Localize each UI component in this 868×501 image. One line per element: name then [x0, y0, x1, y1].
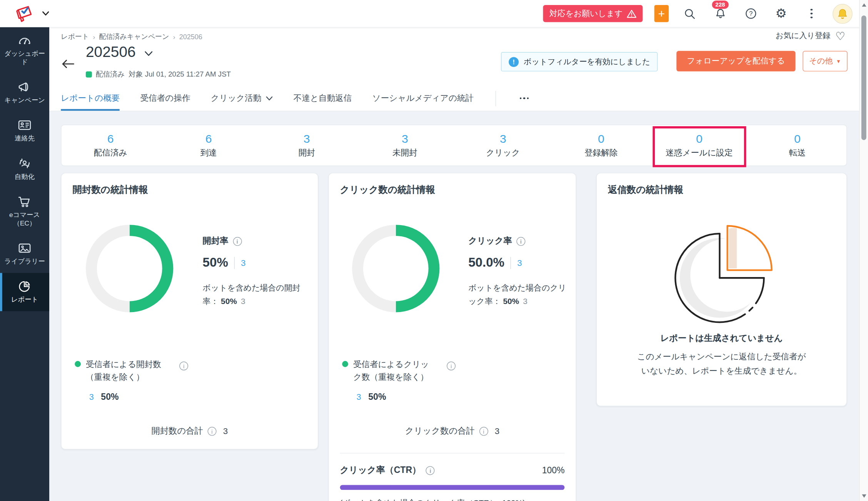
sidebar-label: レポート	[4, 296, 45, 304]
clicks-legend-values: 3 50%	[357, 392, 386, 402]
total-label: 開封数の合計	[152, 425, 203, 437]
tab-recipient-actions[interactable]: 受信者の操作	[140, 86, 190, 111]
tab-social-media-stats[interactable]: ソーシャルメディアの統計	[372, 86, 474, 111]
info-icon[interactable]: i	[516, 237, 525, 245]
tabs-divider	[495, 90, 496, 106]
back-arrow-icon[interactable]	[62, 59, 75, 68]
stat-opened[interactable]: 3 開封	[258, 125, 356, 165]
info-icon[interactable]: i	[179, 362, 188, 371]
bot-included-click-rate: ボットを含めた場合のクリック率：50%3	[468, 282, 571, 308]
stat-reached[interactable]: 6 到達	[160, 125, 258, 165]
title-chevron-down-icon[interactable]	[145, 51, 153, 56]
legend-dot-icon	[342, 361, 348, 367]
tab-bounces-autoreplies[interactable]: 不達と自動返信	[294, 86, 352, 111]
clicks-legend: 受信者によるクリック数（重複を除く）	[342, 357, 437, 383]
empty-report-title: レポートは生成されていません	[597, 333, 846, 344]
open-count-link[interactable]: 3	[241, 258, 245, 268]
tabs-overflow-icon[interactable]	[516, 95, 532, 102]
info-icon[interactable]: i	[447, 362, 456, 371]
stat-clicked[interactable]: 3 クリック	[454, 125, 552, 165]
status-schedule: 対象 Jul 01, 2025 11:27 AM JST	[129, 69, 231, 79]
click-count-link[interactable]: 3	[517, 258, 522, 268]
automation-icon	[17, 157, 32, 170]
tab-report-overview[interactable]: レポートの概要	[61, 86, 120, 111]
breadcrumb: レポート › 配信済みキャンペーン › 202506	[61, 32, 202, 41]
favorite-heart-icon[interactable]: ♡	[835, 30, 845, 42]
pie-chart-icon	[17, 280, 32, 293]
sidebar-label: eコマース（EC）	[4, 211, 45, 227]
legend-label: 受信者による開封数（重複を除く）	[86, 357, 170, 383]
click-rate-label: クリック率	[468, 235, 512, 247]
ctr-footnote: (ボットを含めた場合のクリック率（CTR）: 100%)	[340, 498, 564, 501]
status-label: 配信済み	[96, 69, 125, 79]
stat-delivered[interactable]: 6 配信済み	[62, 125, 160, 165]
sidebar-item-ecommerce[interactable]: eコマース（EC）	[0, 188, 49, 235]
vertical-scrollbar	[859, 0, 868, 501]
notification-count-badge: 228	[712, 0, 728, 9]
send-followup-button[interactable]: フォローアップを配信する	[676, 51, 795, 71]
notifications-bell-icon[interactable]: 228	[711, 4, 729, 23]
help-icon[interactable]: ?	[741, 4, 760, 23]
stat-unopened[interactable]: 3 未開封	[356, 125, 454, 165]
empty-report-pie-illustration	[667, 219, 778, 325]
action-required-label: 対応をお願いします	[549, 8, 623, 19]
favorite-label: お気に入り登録	[776, 31, 830, 41]
opens-total-row: 開封数の合計 i 3	[62, 425, 318, 437]
card-title: 開封数の統計情報	[72, 183, 148, 196]
other-actions-button[interactable]: その他 ▼	[803, 51, 848, 71]
favorite-control: お気に入り登録 ♡	[776, 30, 845, 42]
breadcrumb-sent-campaigns[interactable]: 配信済みキャンペーン	[99, 32, 169, 41]
action-required-button[interactable]: 対応をお願いします	[543, 5, 643, 22]
legend-percent: 50%	[101, 392, 119, 402]
search-icon[interactable]	[680, 4, 699, 23]
info-icon[interactable]: i	[479, 427, 488, 436]
breadcrumb-reports[interactable]: レポート	[61, 32, 89, 41]
breadcrumb-separator: ›	[173, 33, 175, 41]
info-icon[interactable]: i	[426, 466, 435, 475]
ctr-progress-bar	[340, 485, 564, 490]
open-rate-label: 開封率	[203, 235, 229, 247]
stat-label: 未開封	[392, 148, 417, 158]
tab-click-activity[interactable]: クリック活動	[211, 86, 273, 111]
sidebar-item-library[interactable]: ライブラリー	[0, 235, 49, 273]
sidebar-item-dashboard[interactable]: ダッシュボード	[0, 27, 49, 74]
card-title: 返信数の統計情報	[608, 183, 683, 196]
scrollbar-down-arrow-icon[interactable]	[862, 494, 866, 498]
opens-donut-chart	[86, 225, 173, 312]
scrollbar-thumb[interactable]	[861, 15, 866, 140]
stat-value: 0	[696, 132, 703, 146]
stat-value: 3	[402, 132, 408, 146]
legend-count-link[interactable]: 3	[89, 392, 94, 401]
sidebar-label: 連絡先	[4, 135, 45, 143]
stat-unsubscribed[interactable]: 0 登録解除	[552, 125, 650, 165]
sidebar-item-automation[interactable]: 自動化	[0, 150, 49, 188]
sidebar-nav: ダッシュボード キャンペーン 連絡先	[0, 27, 49, 501]
notice-text: ボットフィルターを有効にしました	[524, 57, 650, 67]
stat-forwarded[interactable]: 0 転送	[748, 125, 846, 165]
more-options-kebab-icon[interactable]	[802, 4, 821, 23]
stat-label: 転送	[789, 148, 806, 158]
stat-label: クリック	[486, 148, 520, 158]
stat-value: 6	[205, 132, 212, 146]
info-icon[interactable]: i	[233, 237, 242, 245]
legend-count-link[interactable]: 3	[357, 392, 361, 401]
scrollbar-up-arrow-icon[interactable]	[862, 3, 866, 7]
sidebar-item-campaigns[interactable]: キャンペーン	[0, 73, 49, 112]
stat-label: 到達	[200, 148, 217, 158]
dashboard-gauge-icon	[17, 34, 32, 47]
sidebar-item-contacts[interactable]: 連絡先	[0, 112, 49, 150]
plus-icon: +	[658, 8, 665, 19]
info-icon[interactable]: i	[207, 427, 216, 436]
click-rate-block: クリック率 i 50.0% 3 ボットを含めた場合のクリック率：50%3	[468, 235, 571, 308]
info-alert-icon: !	[509, 57, 519, 67]
open-rate-value: 50%	[203, 255, 228, 270]
brand-menu-chevron-down-icon[interactable]	[42, 11, 49, 16]
topbar: 対応をお願いします + 228	[0, 0, 868, 27]
settings-gear-icon[interactable]: ⚙	[772, 4, 791, 23]
stat-marked-spam[interactable]: 0 迷惑メールに設定	[650, 125, 748, 165]
create-new-button[interactable]: +	[654, 5, 669, 22]
brand-logo-icon[interactable]	[12, 4, 39, 24]
user-avatar[interactable]	[833, 3, 853, 23]
sidebar-item-reports[interactable]: レポート	[0, 273, 49, 311]
contact-card-icon	[17, 119, 32, 132]
